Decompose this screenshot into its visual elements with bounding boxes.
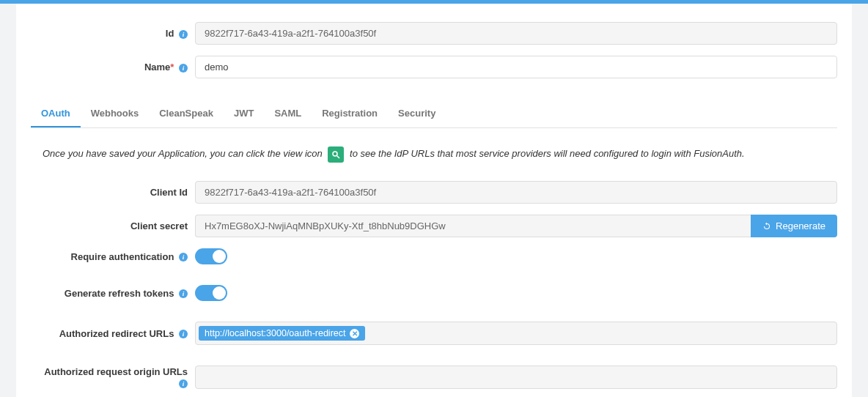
info-icon[interactable]: i: [179, 30, 188, 39]
gen-refresh-toggle[interactable]: [195, 285, 227, 301]
gen-refresh-label-text: Generate refresh tokens: [65, 288, 174, 299]
info-icon[interactable]: i: [179, 379, 188, 388]
remove-chip-icon[interactable]: ✕: [350, 329, 359, 338]
client-id-row: Client Id 9822f717-6a43-419a-a2f1-764100…: [31, 181, 837, 204]
tab-webhooks[interactable]: Webhooks: [81, 100, 150, 127]
info-icon[interactable]: i: [179, 330, 188, 338]
gen-refresh-row: Generate refresh tokens i: [31, 285, 837, 301]
url-chip: http://localhost:3000/oauth-redirect✕: [199, 326, 365, 341]
tab-security[interactable]: Security: [388, 100, 446, 127]
tab-oauth[interactable]: OAuth: [31, 100, 81, 127]
hint-pre: Once you have saved your Application, yo…: [43, 148, 323, 159]
page-card: Id i 9822f717-6a43-419a-a2f1-764100a3f50…: [16, 4, 852, 397]
required-marker: *: [170, 62, 174, 73]
hint-post: to see the IdP URLs that most service pr…: [350, 148, 745, 159]
info-icon[interactable]: i: [179, 289, 188, 298]
client-secret-value: Hx7mEG8oXJ-NwjiAqMNBpXUKy-Xtf_t8hbNub9DG…: [195, 215, 751, 237]
redirect-urls-row: Authorized redirect URLs i http://localh…: [31, 322, 837, 345]
origin-urls-label-text: Authorized request origin URLs: [44, 366, 188, 377]
gen-refresh-label: Generate refresh tokens i: [31, 288, 195, 299]
tab-jwt[interactable]: JWT: [224, 100, 264, 127]
redirect-urls-label-text: Authorized redirect URLs: [59, 328, 174, 339]
name-label: Name* i: [31, 62, 195, 73]
view-icon[interactable]: [328, 146, 344, 163]
name-label-text: Name: [144, 62, 170, 73]
id-field-row: Id i 9822f717-6a43-419a-a2f1-764100a3f50…: [31, 22, 837, 45]
regenerate-button[interactable]: Regenerate: [751, 215, 837, 237]
name-field-row: Name* i: [31, 56, 837, 78]
origin-urls-label: Authorized request origin URLs i: [31, 366, 195, 388]
require-auth-label-text: Require authentication: [71, 251, 174, 262]
tabs-bar: OAuthWebhooksCleanSpeakJWTSAMLRegistrati…: [31, 100, 837, 128]
require-auth-toggle[interactable]: [195, 248, 227, 264]
svg-point-0: [333, 152, 337, 156]
client-secret-row: Client secret Hx7mEG8oXJ-NwjiAqMNBpXUKy-…: [31, 215, 837, 237]
tab-cleanspeak[interactable]: CleanSpeak: [149, 100, 224, 127]
client-id-label: Client Id: [31, 187, 195, 198]
refresh-icon: [762, 222, 771, 231]
info-icon[interactable]: i: [179, 64, 188, 73]
id-label-text: Id: [166, 28, 174, 39]
regenerate-label: Regenerate: [776, 220, 825, 231]
redirect-urls-label: Authorized redirect URLs i: [31, 328, 195, 339]
id-value: 9822f717-6a43-419a-a2f1-764100a3f50f: [195, 22, 837, 45]
client-id-value: 9822f717-6a43-419a-a2f1-764100a3f50f: [195, 181, 837, 204]
require-auth-label: Require authentication i: [31, 251, 195, 262]
info-icon[interactable]: i: [179, 253, 188, 261]
name-input[interactable]: [195, 56, 837, 78]
id-label: Id i: [31, 28, 195, 39]
tab-registration[interactable]: Registration: [312, 100, 388, 127]
require-auth-row: Require authentication i: [31, 248, 837, 264]
client-secret-label: Client secret: [31, 220, 195, 231]
svg-line-1: [337, 156, 340, 159]
oauth-hint-text: Once you have saved your Application, yo…: [43, 146, 837, 163]
tab-saml[interactable]: SAML: [264, 100, 312, 127]
origin-urls-row: Authorized request origin URLs i: [31, 366, 837, 389]
origin-urls-input[interactable]: [195, 366, 837, 389]
redirect-urls-input[interactable]: http://localhost:3000/oauth-redirect✕: [195, 322, 837, 345]
url-chip-text: http://localhost:3000/oauth-redirect: [205, 328, 345, 338]
